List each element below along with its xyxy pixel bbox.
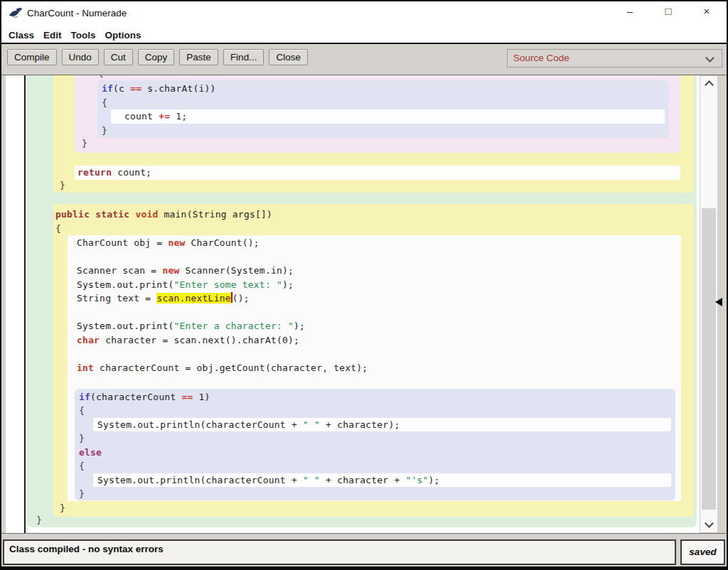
undo-button[interactable]: Undo (62, 49, 99, 65)
main-method-block[interactable]: public static void main(String args[]) {… (53, 204, 694, 517)
menu-options[interactable]: Options (105, 30, 141, 41)
main-statement-area[interactable]: CharCount obj = new CharCount(); Scanner… (68, 235, 681, 501)
maximize-button[interactable]: □ (660, 5, 677, 17)
window-bottom-border (1, 566, 727, 570)
code-line[interactable]: Scanner scan = new Scanner(System.in); (68, 264, 681, 278)
view-selector-value: Source Code (513, 53, 569, 63)
code-line[interactable]: System.out.print("Enter a character: "); (68, 319, 681, 333)
code-line[interactable]: public static void main(String args[]) (53, 208, 694, 222)
code-line[interactable]: int characterCount = obj.getCount(charac… (68, 361, 681, 375)
code-line[interactable] (68, 347, 681, 361)
code-line[interactable]: { (97, 96, 669, 110)
menubar: Class Edit Tools Options (1, 27, 727, 43)
view-selector-dropdown[interactable]: Source Code (507, 49, 722, 68)
getcount-method-block[interactable]: { if(c == s.charAt(i)) { count += 1; } }… (53, 75, 694, 193)
caret-position-arrow-icon (715, 298, 722, 306)
code-line[interactable]: String text = scan.nextLine(); (68, 291, 681, 306)
code-line[interactable]: } (77, 136, 87, 151)
statusbar: Class compiled - no syntax errors saved (1, 534, 727, 566)
menu-class[interactable]: Class (9, 30, 34, 41)
code-line[interactable]: } (97, 124, 669, 138)
if-block-getcount[interactable]: if(c == s.charAt(i)) { count += 1; } (97, 80, 669, 138)
code-line[interactable]: count += 1; (111, 109, 665, 124)
code-line[interactable]: CharCount obj = new CharCount(); (68, 236, 681, 250)
code-line[interactable]: { (53, 222, 694, 236)
code-line[interactable]: } (55, 178, 65, 193)
window-title: CharCount - Numerade (27, 8, 127, 18)
titlebar: CharCount - Numerade – □ × (1, 1, 727, 26)
menu-edit[interactable]: Edit (43, 30, 62, 41)
toolbar: Compile Undo Cut Copy Paste Find... Clos… (1, 44, 727, 75)
menu-tools[interactable]: Tools (71, 30, 96, 41)
app-window: CharCount - Numerade – □ × Class Edit To… (0, 0, 728, 570)
code-line[interactable]: } (75, 487, 675, 501)
if-else-block-main[interactable]: if(characterCount == 1) { System.out.pri… (75, 389, 675, 500)
close-file-button[interactable]: Close (269, 49, 308, 65)
code-editor[interactable]: { if(c == s.charAt(i)) { count += 1; } }… (1, 75, 727, 534)
code-line[interactable]: return count; (75, 166, 680, 180)
close-button[interactable]: × (698, 5, 715, 17)
compile-status-message: Class compiled - no syntax errors (4, 541, 675, 554)
app-logo-icon (8, 6, 23, 21)
paste-button[interactable]: Paste (179, 49, 218, 65)
cut-button[interactable]: Cut (104, 49, 133, 65)
find-button[interactable]: Find... (223, 49, 264, 65)
code-line[interactable]: if(characterCount == 1) (75, 390, 675, 404)
chevron-down-icon (705, 53, 714, 63)
code-line[interactable]: System.out.println(characterCount + " " … (93, 473, 671, 488)
code-line[interactable] (68, 250, 681, 264)
scroll-up-icon[interactable] (705, 80, 714, 90)
compile-status-box: Class compiled - no syntax errors (3, 539, 676, 565)
scrollbar-thumb[interactable] (702, 208, 716, 510)
code-line[interactable]: char character = scan.next().charAt(0); (68, 333, 681, 348)
code-line[interactable]: System.out.println(characterCount + " " … (93, 418, 671, 432)
copy-button[interactable]: Copy (138, 49, 175, 65)
code-line[interactable]: } (32, 513, 42, 527)
for-loop-block[interactable]: { if(c == s.charAt(i)) { count += 1; } } (75, 75, 680, 153)
code-line[interactable] (68, 306, 681, 320)
minimize-button[interactable]: – (621, 5, 638, 17)
scroll-down-icon[interactable] (705, 519, 714, 528)
class-block[interactable]: { if(c == s.charAt(i)) { count += 1; } }… (27, 75, 697, 527)
code-line[interactable]: { (94, 75, 104, 80)
save-state-box: saved (680, 539, 725, 565)
code-line[interactable]: { (75, 459, 675, 473)
code-line[interactable] (68, 375, 681, 389)
code-line[interactable]: else (75, 446, 675, 460)
code-line[interactable]: if(c == s.charAt(i)) (97, 82, 669, 96)
code-line[interactable]: { (75, 404, 675, 418)
code-line[interactable]: } (55, 501, 65, 515)
code-line[interactable]: } (75, 431, 675, 446)
save-state-label: saved (689, 541, 716, 557)
code-line[interactable]: System.out.print("Enter some text: "); (68, 278, 681, 292)
compile-button[interactable]: Compile (7, 49, 57, 65)
editor-gutter (1, 75, 26, 533)
